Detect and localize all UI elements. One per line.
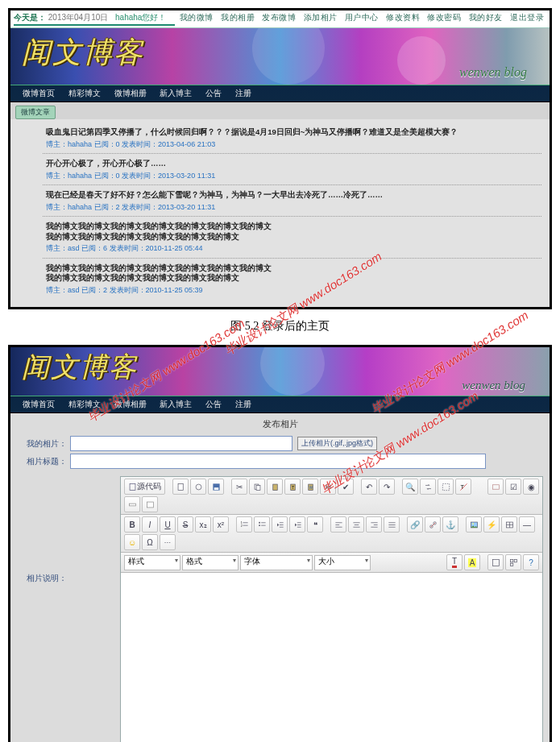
copy-button[interactable] xyxy=(249,479,265,495)
redo-button[interactable]: ↷ xyxy=(379,479,395,495)
form-button[interactable] xyxy=(487,479,504,495)
format-select[interactable]: 格式 xyxy=(182,555,239,570)
anchor-button[interactable]: ⚓ xyxy=(442,516,458,533)
select-all-button[interactable] xyxy=(438,479,454,495)
paste-text-button[interactable]: T xyxy=(284,479,301,495)
paste-button[interactable] xyxy=(267,479,283,495)
today-label: 今天是： xyxy=(14,13,46,22)
post-meta: 博主：asd 已阅：6 发表时间：2010-11-25 05:44 xyxy=(46,243,538,253)
font-select[interactable]: 字体 xyxy=(240,555,313,570)
underline-button[interactable]: U xyxy=(160,516,176,533)
link-logout[interactable]: 退出登录 xyxy=(510,13,544,22)
post-item[interactable]: 我的博文我的博文我的博文我的博文我的博文我的博文我的博文 我的博文我的博文我的博… xyxy=(43,217,541,259)
screenshot-homepage: 今天是： 2013年04月10日 hahaha您好！ 我的微博 我的相册 发布微… xyxy=(8,8,552,309)
maximize-button[interactable] xyxy=(487,554,504,570)
post-item[interactable]: 吸血鬼日记第四季又停播了，什么时候回归啊？？？据说是4月19日回归~为神马又停播… xyxy=(43,122,541,154)
table-button[interactable] xyxy=(501,516,517,533)
text-color-button[interactable]: T xyxy=(446,554,463,570)
link-edit-password[interactable]: 修改密码 xyxy=(427,13,461,22)
show-blocks-button[interactable] xyxy=(505,554,521,570)
hr-button[interactable]: — xyxy=(519,516,535,533)
textarea-button[interactable] xyxy=(142,496,158,512)
nav-notice[interactable]: 公告 xyxy=(205,400,222,408)
cut-button[interactable]: ✂ xyxy=(231,479,247,495)
pagebreak-button[interactable] xyxy=(160,534,176,550)
main-nav: 微博首页 精彩博文 微博相册 新入博主 公告 注册 xyxy=(10,85,550,102)
nav-new-bloggers[interactable]: 新入博主 xyxy=(160,89,192,97)
nav-featured[interactable]: 精彩博文 xyxy=(68,89,101,97)
print-button[interactable] xyxy=(320,479,336,495)
link-edit-profile[interactable]: 修改资料 xyxy=(386,13,420,22)
undo-button[interactable]: ↶ xyxy=(361,479,377,495)
italic-button[interactable]: I xyxy=(142,516,158,533)
image-button[interactable] xyxy=(466,516,482,533)
upload-photo-button[interactable]: 上传相片(.gif,.jpg格式) xyxy=(297,437,377,450)
about-button[interactable]: ? xyxy=(523,554,539,570)
checkbox-button[interactable]: ☑ xyxy=(505,479,521,495)
figure-caption-1: 图 5.2 登录后的主页 xyxy=(0,314,560,345)
editor-content-area[interactable] xyxy=(121,573,542,742)
post-item[interactable]: 开心开心极了，开心开心极了…… 博主：hahaha 已阅：0 发表时间：2013… xyxy=(43,154,541,185)
input-photo-title[interactable] xyxy=(70,454,486,469)
nav-register[interactable]: 注册 xyxy=(235,89,251,97)
blockquote-button[interactable]: ❝ xyxy=(307,516,323,533)
post-item[interactable]: 我的博文我的博文我的博文我的博文我的博文我的博文我的博文 我的博文我的博文我的博… xyxy=(43,259,541,300)
svg-rect-1 xyxy=(178,483,183,490)
special-char-button[interactable]: Ω xyxy=(142,534,158,550)
post-title: 现在已经是春天了好不好？怎么能下雪呢？为神马，为神马？一大早出去冷死了……冷死了… xyxy=(46,190,538,201)
radio-button[interactable]: ◉ xyxy=(523,479,539,495)
nav-register[interactable]: 注册 xyxy=(235,400,251,408)
size-select[interactable]: 大小 xyxy=(314,555,371,570)
align-justify-button[interactable] xyxy=(384,516,400,533)
smiley-button[interactable]: ☺ xyxy=(124,534,140,550)
align-right-button[interactable] xyxy=(366,516,382,533)
link-add-photo[interactable]: 添加相片 xyxy=(304,13,338,22)
greeting-suffix: 您好！ xyxy=(142,13,166,22)
nav-notice[interactable]: 公告 xyxy=(205,89,222,97)
nav-new-bloggers[interactable]: 新入博主 xyxy=(160,400,192,408)
unlink-button[interactable] xyxy=(425,516,441,533)
replace-button[interactable] xyxy=(420,479,436,495)
nav-home[interactable]: 微博首页 xyxy=(23,400,55,408)
preview-button[interactable] xyxy=(190,479,206,495)
subscript-button[interactable]: x₂ xyxy=(195,516,211,533)
superscript-button[interactable]: x² xyxy=(213,516,229,533)
new-doc-button[interactable] xyxy=(172,479,189,495)
post-item[interactable]: 现在已经是春天了好不好？怎么能下雪呢？为神马，为神马？一大早出去冷死了……冷死了… xyxy=(43,185,541,217)
textfield-button[interactable] xyxy=(124,496,140,512)
strike-button[interactable]: S xyxy=(177,516,193,533)
remove-format-button[interactable]: T xyxy=(455,479,471,495)
svg-point-26 xyxy=(259,524,260,526)
find-button[interactable]: 🔍 xyxy=(402,479,418,495)
spellcheck-button[interactable]: ✔ xyxy=(338,479,354,495)
bg-color-button[interactable]: A xyxy=(464,554,480,570)
ol-button[interactable]: 12 xyxy=(236,516,252,533)
flash-button[interactable]: ⚡ xyxy=(483,516,500,533)
link-my-album[interactable]: 我的相册 xyxy=(221,13,255,22)
source-code-button[interactable]: 源代码 xyxy=(124,479,165,495)
bold-button[interactable]: B xyxy=(124,516,140,533)
post-title: 开心开心极了，开心开心极了…… xyxy=(46,159,538,169)
link-my-friends[interactable]: 我的好友 xyxy=(469,13,503,22)
input-photo-path[interactable] xyxy=(70,436,292,451)
top-links: 我的微博 我的相册 发布微博 添加相片 用户中心 修改资料 修改密码 我的好友 … xyxy=(177,12,546,23)
align-center-button[interactable] xyxy=(348,516,364,533)
link-user-center[interactable]: 用户中心 xyxy=(345,13,379,22)
nav-album[interactable]: 微博相册 xyxy=(114,89,147,97)
outdent-button[interactable] xyxy=(272,516,288,533)
today-date: 2013年04月10日 xyxy=(48,13,109,22)
link-my-weibo[interactable]: 我的微博 xyxy=(180,13,214,22)
save-button[interactable] xyxy=(208,479,224,495)
indent-button[interactable] xyxy=(289,516,305,533)
nav-home[interactable]: 微博首页 xyxy=(23,89,55,97)
style-select[interactable]: 样式 xyxy=(124,555,180,570)
ul-button[interactable] xyxy=(254,516,270,533)
link-post-weibo[interactable]: 发布微博 xyxy=(262,13,296,22)
paste-word-button[interactable]: W xyxy=(302,479,318,495)
align-left-button[interactable] xyxy=(330,516,346,533)
link-button[interactable]: 🔗 xyxy=(407,516,423,533)
post-feed: 吸血鬼日记第四季又停播了，什么时候回归啊？？？据说是4月19日回归~为神马又停播… xyxy=(10,119,550,307)
nav-featured[interactable]: 精彩博文 xyxy=(68,400,101,408)
form-heading: 发布相片 xyxy=(17,417,543,433)
nav-album[interactable]: 微博相册 xyxy=(114,400,147,408)
